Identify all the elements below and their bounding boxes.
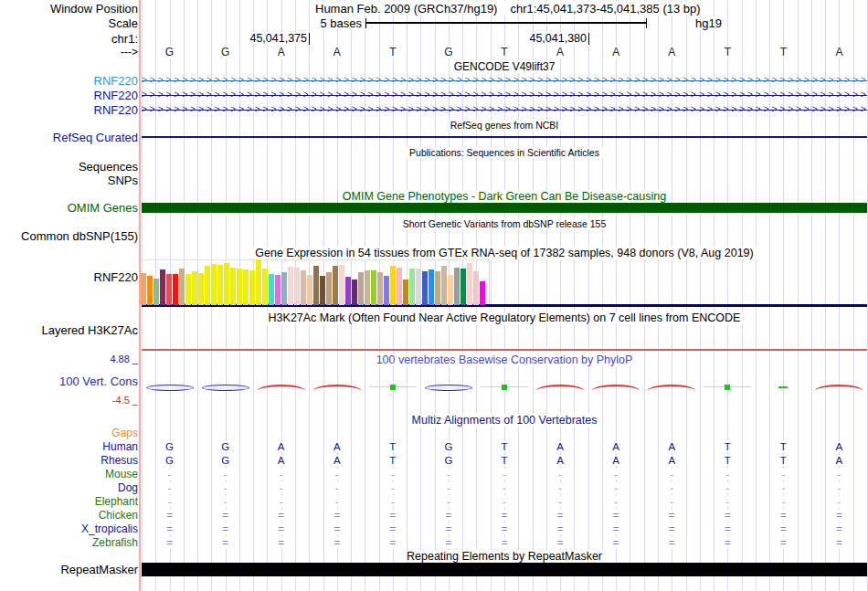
gtex-tissue-bar[interactable] [256,259,261,305]
repeatmasker-element-bar[interactable] [142,563,867,576]
gtex-tissue-bar[interactable] [301,270,306,305]
gtex-tissue-bar[interactable] [211,264,217,305]
gtex-tissue-bar[interactable] [147,276,153,305]
gtex-tissue-bar[interactable] [448,275,453,305]
gtex-tissue-bar[interactable] [352,280,357,305]
gene-label-rnf220[interactable]: RNF220 [94,89,138,102]
gtex-tissue-bar[interactable] [384,276,389,305]
gtex-tissue-bar[interactable] [288,267,293,305]
gtex-tissue-bar[interactable] [269,274,274,305]
omim-track-title[interactable]: OMIM Gene Phenotypes - Dark Green Can Be… [339,190,670,203]
gtex-tissue-bar[interactable] [365,270,370,305]
gtex-tissue-bar[interactable] [345,277,351,305]
repeatmasker-label[interactable]: RepeatMasker [60,563,138,576]
alignment-cell: = [387,510,397,521]
gtex-tissue-bar[interactable] [275,275,281,305]
omim-genes-label[interactable]: OMIM Genes [68,201,138,215]
gtex-tissue-bar[interactable] [262,269,268,305]
gtex-tissue-bar[interactable] [192,271,197,305]
gtex-tissue-bar[interactable] [153,279,159,305]
refseq-curated-gene-line[interactable] [142,136,867,138]
gtex-tissue-bar[interactable] [454,268,460,305]
vert-cons-label[interactable]: 100 Vert. Cons [59,375,138,388]
gene-model-arrows[interactable]: >>>>>>>>>>>>>>>>>>>>>>>>>>>>>>>>>>>>>>>>… [142,90,867,100]
gtex-tissue-bar[interactable] [281,272,287,305]
gtex-tissue-bar[interactable] [307,275,312,305]
position-range: chr1:45,041,373-45,041,385 (13 bp) [510,2,700,16]
alignment-cell: = [164,510,175,521]
gtex-tissue-bar[interactable] [249,270,255,305]
alignment-cell: = [220,523,230,534]
alignment-cell: = [276,523,286,534]
h3k27ac-track-line[interactable] [142,349,867,351]
phylop-glyph-neutral-dash [778,386,788,388]
dbsnp-track-title[interactable]: Short Genetic Variants from dbSNP releas… [399,218,610,229]
gtex-tissue-bar[interactable] [313,266,319,305]
gtex-tissue-bar[interactable] [390,266,396,305]
alignment-cell: = [778,537,789,548]
gtex-tissue-bar[interactable] [198,273,204,305]
gtex-tissue-bar[interactable] [237,269,242,305]
gtex-tissue-bar[interactable] [166,274,172,305]
gtex-tissue-bar[interactable] [422,271,428,305]
gtex-tissue-bar[interactable] [294,268,300,305]
gene-label-rnf220[interactable]: RNF220 [94,103,138,117]
gtex-tissue-bar[interactable] [320,276,325,305]
alignment-cell: A [666,455,677,466]
gtex-tissue-bar[interactable] [217,265,223,305]
phylop-axis-max: 4.88 _ [110,354,138,364]
multiz-track-title[interactable]: Multiz Alignments of 100 Vertebrates [408,414,601,427]
gene-model-arrows[interactable]: >>>>>>>>>>>>>>>>>>>>>>>>>>>>>>>>>>>>>>>>… [142,76,867,85]
refseq-curated-label[interactable]: RefSeq Curated [53,131,138,144]
gtex-tissue-bar[interactable] [403,280,408,305]
gene-model-arrows[interactable]: >>>>>>>>>>>>>>>>>>>>>>>>>>>>>>>>>>>>>>>>… [142,105,867,114]
publications-snps-label[interactable]: SNPs [108,174,138,187]
phylop-glyph-positive [536,385,584,391]
gtex-tissue-bar[interactable] [460,269,466,305]
gtex-tissue-bar[interactable] [409,269,415,305]
publications-sequences-label[interactable]: Sequences [79,160,138,174]
omim-gene-bar[interactable] [142,203,867,213]
gtex-tissue-bar[interactable] [371,270,376,305]
gtex-tissue-bar[interactable] [333,266,338,305]
gtex-tissue-bar[interactable] [339,265,344,305]
gtex-tissue-bar[interactable] [173,274,178,305]
gtex-gene-label[interactable]: RNF220 [94,270,138,284]
genome-browser-image: Human Feb. 2009 (GRCh37/hg19)chr1:45,041… [0,0,868,591]
alignment-cell: A [276,441,287,452]
gtex-tissue-bar[interactable] [326,272,332,305]
layered-h3k27ac-label[interactable]: Layered H3K27Ac [41,323,138,337]
gtex-tissue-bar[interactable] [435,271,440,305]
gtex-tissue-bar[interactable] [230,268,236,305]
gtex-tissue-bar[interactable] [358,272,364,305]
gencode-track-title[interactable]: GENCODE V49lift37 [450,60,559,73]
gtex-tissue-bar[interactable] [416,269,421,305]
gtex-tissue-bar[interactable] [473,271,479,305]
scale-bar-left-tick [365,18,366,28]
alignment-cell: - [501,496,508,507]
gtex-tissue-bar[interactable] [160,269,165,305]
gtex-tissue-bar[interactable] [205,266,210,305]
refseq-track-title[interactable]: RefSeq genes from NCBI [447,120,562,131]
alignment-cell: G [164,455,175,466]
publications-track-title[interactable]: Publications: Sequences in Scientific Ar… [406,147,603,158]
gtex-tissue-bar[interactable] [480,281,485,305]
gtex-tissue-bar[interactable] [243,269,249,305]
alignment-cell: G [442,441,454,452]
gtex-tissue-bar[interactable] [377,272,383,305]
gridline [588,0,589,591]
gtex-tissue-bar[interactable] [185,274,191,305]
gtex-tissue-bar[interactable] [179,269,185,305]
gtex-tissue-bar[interactable] [467,263,472,305]
gtex-tissue-bar[interactable] [397,268,402,305]
gtex-tissue-bar[interactable] [141,273,146,305]
repeatmasker-track-title[interactable]: Repeating Elements by RepeatMasker [403,550,606,563]
phylop-track-title[interactable]: 100 vertebrates Basewise Conservation by… [373,354,637,366]
common-dbsnp-label[interactable]: Common dbSNP(155) [21,229,138,243]
gtex-track-title[interactable]: Gene Expression in 54 tissues from GTEx … [251,247,757,259]
gene-label-rnf220[interactable]: RNF220 [94,74,138,88]
gtex-tissue-bar[interactable] [441,266,447,305]
h3k27ac-track-title[interactable]: H3K27Ac Mark (Often Found Near Active Re… [265,311,745,324]
gtex-tissue-bar[interactable] [224,263,229,305]
gtex-tissue-bar[interactable] [429,269,434,305]
